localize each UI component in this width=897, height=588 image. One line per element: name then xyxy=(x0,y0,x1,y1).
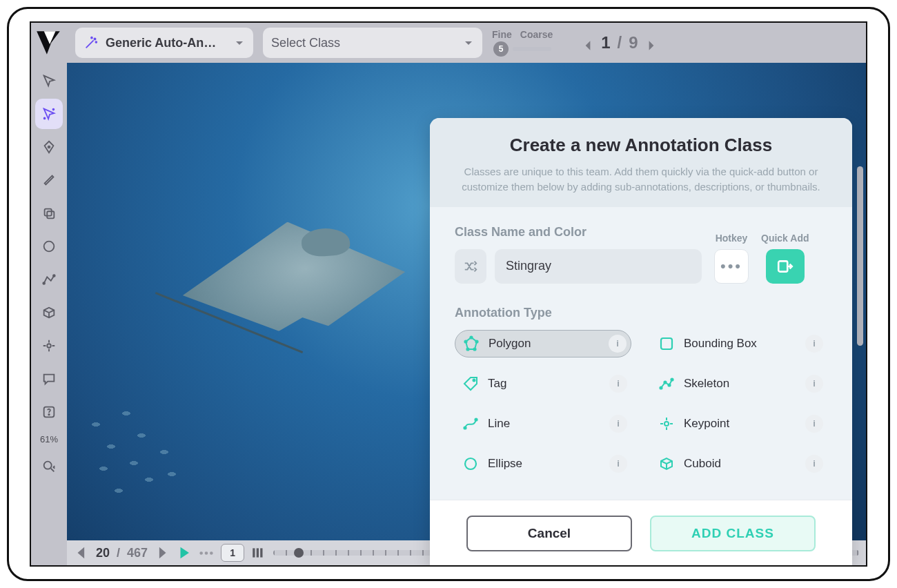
frame-input[interactable]: 1 xyxy=(221,544,244,562)
copy-tool[interactable] xyxy=(35,198,63,228)
svg-point-17 xyxy=(210,551,213,555)
svg-rect-18 xyxy=(253,548,255,557)
annotation-type-polygon[interactable]: Polygoni xyxy=(455,330,631,357)
add-class-button[interactable]: ADD CLASS xyxy=(650,516,816,551)
comment-tool[interactable] xyxy=(35,364,63,394)
ellipse-tool[interactable] xyxy=(35,231,63,262)
annotation-type-skeleton[interactable]: Skeletoni xyxy=(651,370,827,398)
annotation-type-label: Tag xyxy=(488,377,601,391)
dialog-scrollbar[interactable] xyxy=(857,166,863,346)
svg-point-2 xyxy=(91,37,92,39)
svg-point-34 xyxy=(475,418,477,420)
info-icon[interactable]: i xyxy=(609,455,627,473)
tool-dropdown[interactable]: Generic Auto-An… xyxy=(75,28,253,58)
brush-size-slider[interactable] xyxy=(513,47,551,51)
annotation-type-line[interactable]: Linei xyxy=(455,410,631,438)
polyline-tool[interactable] xyxy=(35,264,63,295)
svg-point-29 xyxy=(660,386,662,389)
annotation-type-grid: PolygoniBounding BoxiTagiSkeletoniLineiK… xyxy=(455,330,827,478)
prev-frame-button[interactable] xyxy=(74,545,89,560)
svg-point-9 xyxy=(43,282,45,284)
svg-point-35 xyxy=(664,422,669,426)
info-icon[interactable]: i xyxy=(609,335,627,353)
info-icon[interactable]: i xyxy=(805,375,823,393)
info-icon[interactable]: i xyxy=(805,455,823,473)
svg-point-3 xyxy=(53,109,55,110)
svg-point-4 xyxy=(44,118,46,119)
zoom-tool[interactable] xyxy=(35,451,63,482)
keypoint-icon xyxy=(658,415,676,433)
brush-tool[interactable] xyxy=(35,165,63,195)
play-button[interactable] xyxy=(177,545,192,560)
chevron-down-icon xyxy=(234,37,245,48)
page-current: 1 xyxy=(601,33,610,52)
frame-current: 20 xyxy=(96,546,110,560)
keyframes-icon[interactable] xyxy=(199,545,214,560)
svg-point-0 xyxy=(94,38,95,39)
select-tool[interactable] xyxy=(35,66,63,96)
line-icon xyxy=(462,415,480,433)
pen-tool[interactable] xyxy=(35,132,63,162)
svg-point-36 xyxy=(465,458,476,469)
brush-size-value: 5 xyxy=(493,41,509,57)
svg-point-25 xyxy=(466,348,469,350)
svg-point-24 xyxy=(473,348,475,350)
annotation-type-ellipse[interactable]: Ellipsei xyxy=(455,450,631,478)
annotation-type-label: Skeleton xyxy=(684,377,797,391)
help-tool[interactable] xyxy=(35,397,63,427)
info-icon[interactable]: i xyxy=(609,375,627,393)
dialog-body: Class Name and Color Hotkey ••• xyxy=(430,207,852,500)
class-name-input[interactable] xyxy=(495,249,702,284)
cuboid-tool[interactable] xyxy=(35,297,63,328)
frame-sep: / xyxy=(117,546,120,560)
info-icon[interactable]: i xyxy=(805,415,823,433)
fine-label: Fine xyxy=(492,29,512,40)
svg-point-32 xyxy=(671,378,673,380)
device-frame: Generic Auto-An… Select Class Fine Coars… xyxy=(7,7,890,581)
keypoint-tool[interactable] xyxy=(35,331,63,361)
next-image-button[interactable] xyxy=(645,37,658,49)
info-icon[interactable]: i xyxy=(805,335,823,353)
cuboid-icon xyxy=(658,455,676,473)
annotation-type-label: Line xyxy=(488,417,601,431)
page-sep: / xyxy=(618,33,622,52)
magic-wand-icon xyxy=(83,35,99,50)
svg-point-8 xyxy=(44,242,55,252)
annotation-type-label: Cuboid xyxy=(684,457,797,471)
annotation-type-keypoint[interactable]: Keypointi xyxy=(651,410,827,438)
auto-annotate-tool[interactable] xyxy=(35,99,63,129)
svg-point-30 xyxy=(664,381,666,383)
tool-dropdown-label: Generic Auto-An… xyxy=(106,36,227,50)
svg-point-33 xyxy=(464,427,466,429)
cancel-button[interactable]: Cancel xyxy=(466,516,632,551)
annotation-type-label: Annotation Type xyxy=(455,306,827,320)
prev-image-button[interactable] xyxy=(582,37,594,49)
app-frame: Generic Auto-An… Select Class Fine Coars… xyxy=(30,21,867,567)
image-pager: 1 / 9 xyxy=(582,33,657,52)
annotation-type-cuboid[interactable]: Cuboidi xyxy=(651,450,827,478)
shuffle-color-button[interactable] xyxy=(455,249,486,284)
dialog-header: Create a new Annotation Class Classes ar… xyxy=(430,118,852,207)
hotkey-button[interactable]: ••• xyxy=(714,249,749,284)
next-frame-button[interactable] xyxy=(155,545,170,560)
annotation-type-label: Ellipse xyxy=(488,457,601,471)
info-icon[interactable]: i xyxy=(609,415,627,433)
svg-rect-7 xyxy=(47,211,54,218)
hotkey-label: Hotkey xyxy=(716,233,748,244)
quick-add-button[interactable] xyxy=(766,249,805,284)
bbox-icon xyxy=(658,335,676,353)
dialog-footer: Cancel ADD CLASS xyxy=(430,500,852,565)
create-class-dialog: Create a new Annotation Class Classes ar… xyxy=(430,118,852,565)
quickadd-label: Quick Add xyxy=(761,233,809,244)
class-dropdown[interactable]: Select Class xyxy=(263,28,482,58)
annotation-type-bbox[interactable]: Bounding Boxi xyxy=(651,330,827,357)
fish-school xyxy=(81,402,233,513)
svg-point-5 xyxy=(48,146,50,148)
topbar: Generic Auto-An… Select Class Fine Coars… xyxy=(31,23,866,63)
frame-total: 467 xyxy=(127,546,148,560)
polygon-icon xyxy=(462,335,480,353)
annotation-type-tag[interactable]: Tagi xyxy=(455,370,631,398)
timeline-thumb[interactable] xyxy=(294,548,304,558)
timeline-settings-icon[interactable] xyxy=(251,545,266,560)
svg-rect-21 xyxy=(778,261,787,271)
